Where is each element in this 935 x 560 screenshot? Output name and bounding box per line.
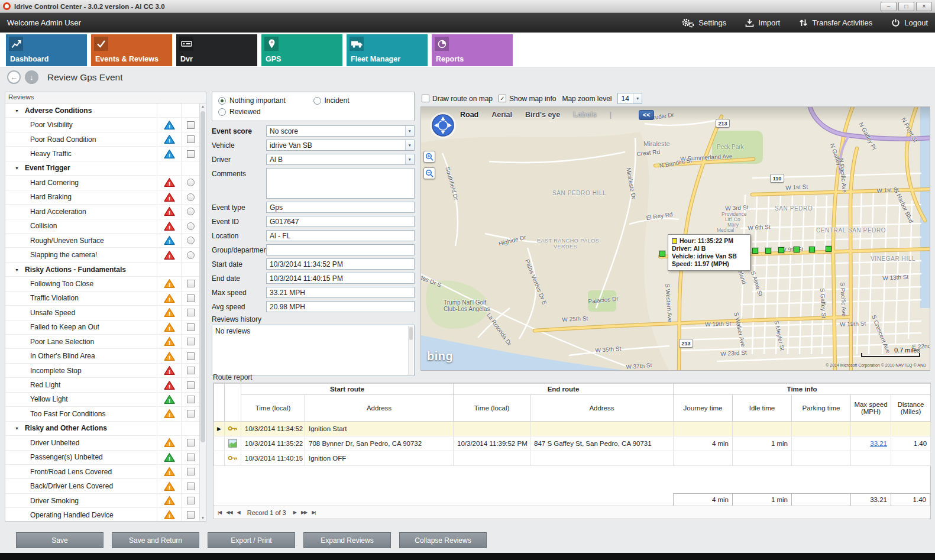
- review-checkbox[interactable]: [187, 381, 195, 389]
- topbar-action-import[interactable]: Import: [745, 18, 780, 27]
- expand-arrow-icon[interactable]: ▼: [15, 426, 19, 430]
- topbar-action-transfer-activities[interactable]: Transfer Activities: [799, 18, 872, 27]
- pager-prev-page-button[interactable]: ◀◀: [226, 510, 232, 515]
- review-checkbox[interactable]: [187, 454, 195, 461]
- review-item-yellow-light[interactable]: Yellow Light!: [5, 393, 199, 407]
- back-button[interactable]: ←: [7, 70, 21, 84]
- map-view-aerial[interactable]: Aerial: [491, 111, 512, 119]
- tab-events-reviews[interactable]: Events & Reviews: [91, 34, 172, 66]
- field-vehicle[interactable]: idrive Van SB▼: [266, 140, 415, 151]
- review-item-driver-smoking[interactable]: Driver Smoking!: [5, 494, 199, 508]
- reviews-history-box[interactable]: No reviews: [212, 325, 415, 376]
- review-checkbox[interactable]: [187, 410, 195, 417]
- review-item-poor-road-condition[interactable]: Poor Road Condition!: [5, 132, 199, 147]
- tab-fleet-manager[interactable]: Fleet Manager: [347, 34, 428, 66]
- review-checkbox[interactable]: [187, 396, 195, 403]
- pager-last-button[interactable]: ▶|: [312, 510, 315, 515]
- close-button[interactable]: ×: [916, 2, 932, 11]
- zoom-in-button[interactable]: [423, 151, 435, 163]
- review-item-following-too-close[interactable]: Following Too Close!: [5, 277, 199, 291]
- map-view-labels[interactable]: Labels: [573, 111, 597, 119]
- review-item-slapping-the-camera[interactable]: Slapping the camera!!: [5, 248, 199, 262]
- review-item-poor-lane-selection[interactable]: Poor Lane Selection!: [5, 335, 199, 349]
- map-collapse-button[interactable]: <<: [639, 110, 654, 120]
- review-group-risky-and-other-actions[interactable]: ▼Risky and Other Actions: [5, 422, 199, 436]
- expand-arrow-icon[interactable]: ▼: [15, 166, 19, 170]
- review-radio[interactable]: [187, 222, 195, 230]
- field-event-score[interactable]: No score▼: [266, 125, 415, 137]
- review-item-hard-braking[interactable]: Hard Braking!: [5, 190, 199, 205]
- field-avg-speed[interactable]: 20.98 MPH: [266, 301, 415, 312]
- review-checkbox[interactable]: [187, 280, 195, 287]
- compass-control[interactable]: [429, 112, 457, 141]
- review-item-unsafe-speed[interactable]: Unsafe Speed!: [5, 306, 199, 320]
- review-item-front-road-lens-covered[interactable]: Front/Road Lens Covered!: [5, 465, 199, 479]
- expand-arrow-icon[interactable]: ▼: [15, 267, 19, 271]
- review-radio[interactable]: [187, 237, 195, 244]
- review-item-heavy-traffic[interactable]: Heavy Traffic!: [5, 147, 199, 161]
- show-map-info-checkbox[interactable]: ✓Show map info: [499, 95, 556, 103]
- maximize-button[interactable]: □: [898, 2, 914, 11]
- field-event-type[interactable]: Gps: [266, 202, 415, 213]
- tab-reports[interactable]: Reports: [432, 34, 513, 66]
- review-item-operating-handled-device[interactable]: Operating Handled Device!: [5, 508, 199, 521]
- review-checkbox[interactable]: [187, 135, 195, 143]
- expand-arrow-icon[interactable]: ▼: [15, 108, 19, 112]
- review-radio[interactable]: [187, 251, 195, 259]
- review-checkbox[interactable]: [187, 497, 195, 504]
- review-item-red-light[interactable]: Red Light!: [5, 378, 199, 392]
- route-row[interactable]: ▶10/3/2014 11:34:52 PMIgnition Start: [214, 422, 931, 436]
- pager-next-button[interactable]: ▶: [293, 510, 296, 515]
- review-item-back-driver-lens-covered[interactable]: Back/Driver Lens Covered!: [5, 479, 199, 493]
- review-checkbox[interactable]: [187, 150, 195, 158]
- tab-gps[interactable]: GPS: [261, 34, 342, 66]
- review-checkbox[interactable]: [187, 352, 195, 360]
- footer-button-save[interactable]: Save: [16, 532, 103, 548]
- footer-button-export-print[interactable]: Export / Print: [208, 532, 295, 548]
- zoom-out-button[interactable]: [423, 167, 435, 179]
- topbar-action-settings[interactable]: Settings: [681, 18, 726, 28]
- scroll-down-icon[interactable]: ▼: [200, 516, 206, 520]
- review-group-event-trigger[interactable]: ▼Event Trigger: [5, 161, 199, 176]
- tab-dvr[interactable]: Dvr: [176, 34, 257, 66]
- route-row[interactable]: 10/3/2014 11:35:22 PM708 Bynner Dr, San …: [214, 436, 931, 451]
- scroll-thumb[interactable]: [200, 111, 205, 442]
- classification-option-reviewed[interactable]: Reviewed: [218, 108, 320, 116]
- topbar-action-logout[interactable]: Logout: [891, 18, 928, 27]
- history-scrollbar[interactable]: [408, 326, 413, 375]
- review-item-too-fast-for-conditions[interactable]: Too Fast For Conditions!: [5, 407, 199, 421]
- footer-button-collapse-reviews[interactable]: Collapse Reviews: [399, 532, 487, 548]
- field-end-date[interactable]: 10/3/2014 11:40:15 PM: [266, 273, 415, 284]
- field-start-date[interactable]: 10/3/2014 11:34:52 PM: [266, 258, 415, 270]
- scroll-down-button[interactable]: ↓: [25, 70, 38, 84]
- footer-button-expand-reviews[interactable]: Expand Reviews: [303, 532, 391, 548]
- review-item-hard-acceleration[interactable]: Hard Acceleration!: [5, 205, 199, 219]
- classification-option-nothing-important[interactable]: Nothing important: [218, 96, 313, 105]
- review-checkbox[interactable]: [187, 294, 195, 302]
- review-item-traffic-violation[interactable]: Traffic Violation!: [5, 292, 199, 306]
- review-item-collision[interactable]: Collision!: [5, 219, 199, 234]
- review-radio[interactable]: [187, 208, 195, 215]
- review-item-passenger-s-unbelted[interactable]: Passenger(s) Unbelted!: [5, 451, 199, 465]
- review-item-poor-visibility[interactable]: Poor Visibility!: [5, 118, 199, 132]
- pager-prev-button[interactable]: ◀: [237, 510, 240, 515]
- route-row[interactable]: 10/3/2014 11:40:15 PMIgnition OFF: [214, 451, 931, 466]
- review-group-adverse-conditions[interactable]: ▼Adverse Conditions: [5, 103, 199, 118]
- tab-dashboard[interactable]: Dashboard: [6, 34, 87, 66]
- review-checkbox[interactable]: [187, 323, 195, 331]
- review-checkbox[interactable]: [187, 367, 195, 374]
- field-group-department[interactable]: [266, 244, 415, 255]
- review-checkbox[interactable]: [187, 439, 195, 446]
- field-event-id[interactable]: G017647: [266, 216, 415, 227]
- field-driver[interactable]: Al B▼: [266, 154, 415, 165]
- review-group-risky-actions-fundamentals[interactable]: ▼Risky Actions - Fundamentals: [5, 263, 199, 277]
- review-item-rough-uneven-surface[interactable]: Rough/Uneven Surface!: [5, 234, 199, 248]
- map-zoom-select[interactable]: 14▼: [617, 93, 642, 104]
- field-max-speed[interactable]: 33.21 MPH: [266, 287, 415, 298]
- map[interactable]: Trudie Dr213N Front StN Gaffey PlPeck Pa…: [420, 106, 930, 371]
- field-comments[interactable]: [266, 168, 415, 199]
- pager-first-button[interactable]: |◀: [218, 510, 221, 515]
- map-view-bird-s-eye[interactable]: Bird's eye: [525, 111, 560, 119]
- max-speed-link[interactable]: 33.21: [870, 440, 887, 447]
- draw-route-checkbox[interactable]: Draw route on map: [422, 95, 493, 103]
